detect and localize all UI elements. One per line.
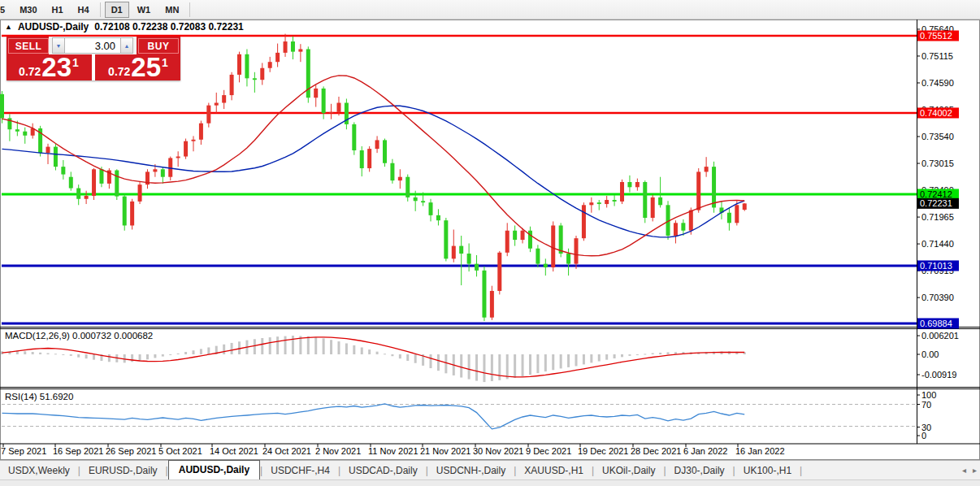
macd-indicator-label: MACD(12,26,9) 0.000732 0.000682: [5, 331, 153, 341]
collapse-panel-icon[interactable]: ▲: [5, 23, 12, 31]
tab-scroll-right-icon[interactable]: ▸: [973, 466, 977, 475]
svg-text:9 Dec 2021: 9 Dec 2021: [526, 446, 571, 456]
svg-text:0.73540: 0.73540: [921, 132, 954, 141]
svg-text:2 Nov 2021: 2 Nov 2021: [315, 446, 361, 456]
toolbar-separator: [100, 2, 101, 17]
svg-text:0: 0: [921, 431, 926, 440]
tab-separator: |: [800, 465, 802, 476]
svg-text:5 Oct 2021: 5 Oct 2021: [158, 446, 202, 456]
tab-usdcnh-daily[interactable]: USDCNH-,Daily: [428, 462, 514, 479]
chart-tab-bar: USDX,Weekly|EURUSD-,Daily|AUDUSD-,Daily|…: [0, 460, 980, 479]
tab-uk100-h1[interactable]: UK100-,H1: [735, 462, 800, 479]
svg-text:-0.00919: -0.00919: [921, 370, 956, 380]
volume-increase-button[interactable]: ▲: [120, 37, 133, 54]
tab-eurusd-daily[interactable]: EURUSD-,Daily: [80, 462, 166, 479]
svg-text:21 Nov 2021: 21 Nov 2021: [420, 446, 470, 456]
timeframe-button-m30[interactable]: M30: [13, 2, 43, 18]
one-click-trading-panel: SELL ▼ ▲ BUY 0.72 23 1 0.72 25 1: [7, 37, 180, 80]
svg-text:19 Dec 2021: 19 Dec 2021: [578, 446, 628, 456]
svg-text:7 Sep 2021: 7 Sep 2021: [1, 446, 46, 456]
svg-text:0.71965: 0.71965: [921, 212, 954, 222]
svg-text:0.70390: 0.70390: [921, 293, 954, 302]
timeframe-button-5[interactable]: 5: [0, 2, 11, 18]
tab-dj30-daily[interactable]: DJ30-,Daily: [666, 462, 733, 479]
chart-canvas: 0.756400.751150.745900.740650.735400.730…: [0, 20, 980, 460]
svg-text:0.73015: 0.73015: [921, 158, 954, 168]
svg-text:70: 70: [921, 400, 931, 410]
svg-text:0.00: 0.00: [921, 349, 939, 359]
spin-down-icon: ▼: [56, 43, 62, 49]
buy-price-pipette: 1: [162, 56, 168, 69]
macd-panel: [1, 336, 746, 382]
svg-text:0.71440: 0.71440: [921, 239, 954, 249]
toolbar-separator: [189, 2, 190, 17]
volume-input[interactable]: [65, 37, 120, 54]
spin-up-icon: ▲: [124, 43, 130, 49]
timeframe-button-mn[interactable]: MN: [158, 2, 185, 18]
chart-symbol-title: AUDUSD-,Daily: [18, 21, 89, 33]
tab-xauusd-h1[interactable]: XAUUSD-,H1: [516, 462, 592, 479]
buy-price-big-digits: 25: [131, 55, 161, 80]
volume-stepper: ▼ ▲: [52, 37, 133, 54]
chart-ohlc-values: 0.72108 0.72238 0.72083 0.72231: [94, 21, 244, 33]
panel-borders: [0, 20, 980, 460]
chart-title-bar: ▲ AUDUSD-,Daily 0.72108 0.72238 0.72083 …: [5, 21, 244, 33]
svg-text:30 Nov 2021: 30 Nov 2021: [473, 446, 523, 456]
tab-usdx-weekly[interactable]: USDX,Weekly: [0, 462, 78, 479]
tab-audusd-daily[interactable]: AUDUSD-,Daily: [168, 460, 260, 480]
timeframe-toolbar: 5M30H1H4D1W1MN: [0, 0, 980, 20]
timeframe-button-w1[interactable]: W1: [131, 2, 158, 18]
svg-text:28 Dec 2021: 28 Dec 2021: [631, 446, 681, 456]
price-axis-badges: 0.755120.740020.724120.722310.710130.698…: [917, 31, 959, 329]
svg-text:100: 100: [921, 390, 936, 400]
chart-window: 0.756400.751150.745900.740650.735400.730…: [0, 20, 980, 460]
svg-text:0.72412: 0.72412: [920, 189, 952, 199]
svg-text:16 Sep 2021: 16 Sep 2021: [53, 446, 103, 456]
price-axis: 0.756400.751150.745900.740650.735400.730…: [917, 24, 959, 440]
buy-price-prefix: 0.72: [108, 65, 130, 78]
svg-text:11 Nov 2021: 11 Nov 2021: [368, 446, 418, 456]
sell-price-prefix: 0.72: [19, 65, 41, 78]
date-axis: 7 Sep 202116 Sep 202126 Sep 20215 Oct 20…: [1, 444, 785, 456]
sell-price-pipette: 1: [72, 56, 79, 69]
svg-text:0.71013: 0.71013: [920, 261, 952, 271]
svg-text:16 Jan 2022: 16 Jan 2022: [735, 446, 785, 456]
rsi-panel: [2, 404, 917, 429]
moving-averages: [2, 76, 745, 256]
rsi-indicator-label: RSI(14) 51.6920: [5, 392, 73, 401]
status-bar: [0, 479, 980, 486]
timeframe-button-h4[interactable]: H4: [72, 2, 96, 18]
svg-text:0.75115: 0.75115: [921, 51, 953, 61]
tab-scroll-left-icon[interactable]: ◂: [962, 466, 966, 475]
timeframe-button-h1[interactable]: H1: [46, 2, 70, 18]
svg-text:0.72231: 0.72231: [920, 198, 952, 208]
timeframe-button-d1[interactable]: D1: [105, 2, 129, 18]
tab-usdcad-daily[interactable]: USDCAD-,Daily: [340, 462, 426, 479]
svg-text:0.74590: 0.74590: [921, 78, 954, 88]
tab-usdchf-h4[interactable]: USDCHF-,H4: [262, 462, 338, 479]
svg-text:6 Jan 2022: 6 Jan 2022: [683, 446, 727, 456]
svg-text:0.74002: 0.74002: [920, 108, 952, 118]
svg-text:14 Oct 2021: 14 Oct 2021: [210, 446, 258, 456]
svg-text:0.75512: 0.75512: [920, 31, 952, 41]
panel-divider: [92, 54, 95, 80]
trading-terminal: 5M30H1H4D1W1MN 0.756400.751150.745900.74…: [0, 0, 980, 486]
sell-price-big-digits: 23: [41, 55, 72, 80]
svg-text:0.69884: 0.69884: [920, 319, 952, 328]
svg-text:26 Sep 2021: 26 Sep 2021: [106, 446, 156, 456]
svg-text:24 Oct 2021: 24 Oct 2021: [262, 446, 311, 456]
buy-price-display[interactable]: 0.72 25 1: [96, 55, 180, 80]
volume-decrease-button[interactable]: ▼: [52, 37, 65, 54]
svg-text:0.006201: 0.006201: [921, 331, 959, 341]
sell-price-display[interactable]: 0.72 23 1: [7, 55, 91, 80]
tab-ukoil-daily[interactable]: UKOil-,Daily: [594, 462, 663, 479]
